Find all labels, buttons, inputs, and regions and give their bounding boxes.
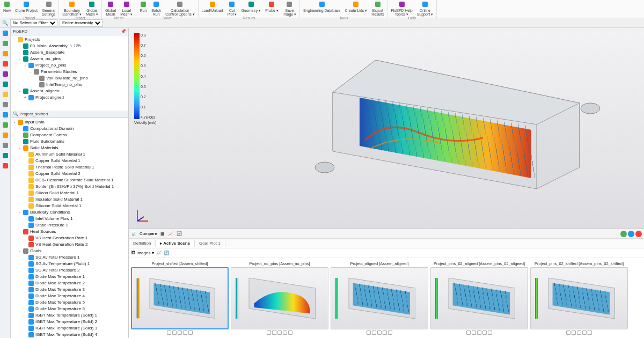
toolstrip-button-9[interactable] — [1, 121, 10, 129]
expand-icon[interactable]: - — [17, 145, 23, 151]
save-ribbon-button[interactable]: SaveImage ▾ — [281, 1, 298, 16]
tree-node[interactable]: VS Heat Generation Rate 2 — [12, 241, 127, 248]
toolstrip-button-3[interactable] — [1, 60, 10, 68]
expand-icon[interactable]: - — [17, 88, 23, 94]
run-ribbon-button[interactable]: Run — [138, 1, 149, 12]
tree-node[interactable]: SG Av Temperature (Fluid) 1 — [12, 261, 127, 267]
tree-node[interactable]: -Assem_aligned — [12, 88, 127, 94]
db-ribbon-button[interactable]: Engineering Database — [302, 1, 342, 12]
tree-node[interactable]: Silicon Solid Material 1 — [12, 190, 127, 196]
cut-ribbon-button[interactable]: CutPlot ▾ — [225, 1, 238, 16]
tree-node[interactable]: -Project_no_pins — [12, 62, 127, 69]
info-icon[interactable] — [628, 231, 634, 237]
load-ribbon-button[interactable]: Load/Unload — [200, 1, 225, 12]
tree-node[interactable]: VolFlowRate_no_pins — [12, 75, 127, 82]
export-ribbon-button[interactable]: ExportResults — [370, 1, 385, 16]
mesh-ribbon-button[interactable]: GlobalMesh — [104, 1, 118, 16]
tree-node[interactable]: InletTemp_no_pins — [12, 82, 127, 88]
tab-goal-plot-1[interactable]: Goal Plot 1 — [195, 240, 225, 247]
tree-node[interactable]: Component Control — [12, 132, 127, 138]
tree-node[interactable]: -Boundary Conditions — [12, 209, 127, 216]
toolstrip-button-0[interactable] — [1, 29, 10, 38]
tree-node[interactable]: Diode Max Temperature 5 — [12, 299, 127, 306]
toolstrip-button-5[interactable] — [1, 80, 10, 89]
tree-node[interactable]: IGBT Max Temperature (Solid) 1 — [12, 312, 127, 319]
support-ribbon-button[interactable]: OnlineSupport ▾ — [415, 1, 435, 16]
tree-node[interactable]: DCB- Ceramic Substrate Solid Material 1 — [12, 177, 127, 183]
toolstrip-button-6[interactable] — [1, 90, 10, 99]
expand-icon[interactable]: - — [12, 119, 17, 126]
lids-ribbon-button[interactable]: Create Lids ▾ — [343, 1, 369, 12]
tree-node[interactable]: Diode Max Temperature 4 — [12, 293, 127, 299]
tree-node[interactable]: SG Av Total Pressure 2 — [12, 267, 127, 274]
tree-node[interactable]: -Heat Sources — [12, 229, 127, 235]
tree-node[interactable]: Diode Max Temperature 6 — [12, 306, 127, 312]
batch-ribbon-button[interactable]: BatchRun — [150, 1, 163, 16]
tree-node[interactable]: Solder (Sn 63%/Pb 37%) Solid Material 1 — [12, 183, 127, 190]
tree-node[interactable]: VS Heat Generation Rate 1 — [12, 235, 127, 241]
scene-thumbnail[interactable]: Project_shifted [Assem_shifted] — [131, 260, 229, 336]
toolstrip-button-13[interactable] — [1, 161, 10, 170]
expand-icon[interactable]: - — [23, 62, 28, 69]
new-ribbon-button[interactable]: New — [2, 1, 12, 12]
tree-node[interactable]: SG Av Total Pressure 1 — [12, 254, 127, 261]
tab-active-scene[interactable]: ▸ Active Scene — [156, 240, 195, 247]
tree-node[interactable]: -Input Data — [12, 119, 127, 126]
expand-icon[interactable]: + — [23, 94, 28, 101]
tree-node[interactable]: +Project aligned — [12, 94, 127, 101]
tree-node[interactable]: -Projects — [12, 36, 127, 43]
subtoolbar-btn-1[interactable]: 📈 — [156, 251, 162, 255]
tree-node[interactable]: IGBT Max Temperature (Solid) 2 — [12, 319, 127, 325]
panel-pin-icon[interactable]: 📌 — [121, 29, 126, 34]
toolstrip-button-11[interactable] — [1, 141, 10, 150]
toolstrip-button-2[interactable] — [1, 49, 10, 58]
close-icon[interactable] — [635, 231, 642, 237]
globe-ribbon-button[interactable]: GlobalMesh ▾ — [84, 1, 100, 16]
tree-node[interactable]: Fluid Subdomains — [12, 138, 127, 145]
compare-btn-grid[interactable]: ▦ — [160, 231, 165, 236]
probe-ribbon-button[interactable]: Probe ▾ — [264, 1, 280, 12]
tree-node[interactable]: Copper Solid Material 2 — [12, 171, 127, 177]
tree-node[interactable]: Inlet Volume Flow 1 — [12, 216, 127, 222]
expand-icon[interactable]: - — [17, 209, 23, 216]
selection-filter-dropdown[interactable]: No Selection Filter — [10, 19, 57, 27]
meshlocal-ribbon-button[interactable]: LocalMesh ▾ — [119, 1, 134, 16]
calc-ribbon-button[interactable]: CalculationControl Options ▾ — [164, 1, 196, 16]
subtoolbar-btn-2[interactable]: 🔄 — [164, 251, 169, 255]
expand-icon[interactable]: - — [28, 69, 33, 75]
tree-node[interactable]: Thermal Paste Solid Material 1 — [12, 164, 127, 171]
clone-ribbon-button[interactable]: Clone Project — [13, 1, 39, 12]
expand-icon[interactable]: - — [17, 56, 23, 62]
tree-node[interactable]: Diode Max Temperature 3 — [12, 286, 127, 293]
toolstrip-button-10[interactable] — [1, 131, 10, 139]
axis-triad[interactable] — [133, 206, 152, 225]
geom-ribbon-button[interactable]: Geometry ▾ — [239, 1, 262, 12]
tree-node[interactable]: Insulator Solid Material 1 — [12, 196, 127, 203]
tree-node[interactable]: Assem_Baseplate — [12, 49, 127, 56]
tree-node[interactable]: Silicone Solid Material 1 — [12, 203, 127, 209]
tree-node[interactable]: Diode Max Temperature 2 — [12, 280, 127, 286]
tree-node[interactable]: IGBT Max Temperature (Solid) 3 — [12, 325, 127, 332]
tree-node[interactable]: -Parametric Studies — [12, 69, 127, 75]
scene-thumbnail[interactable]: Project_pins_02_aligned [Assem_pins_02_a… — [430, 260, 528, 336]
compare-btn-chart[interactable]: 📈 — [168, 231, 173, 236]
expand-icon[interactable]: - — [17, 248, 23, 254]
expand-icon[interactable]: - — [12, 36, 17, 43]
toolstrip-button-1[interactable] — [1, 39, 10, 48]
scene-thumbnail[interactable]: Project_pins_02_shifted [Assem_pins_02_s… — [530, 260, 628, 336]
boundary-ribbon-button[interactable]: BoundaryCondition ▾ — [61, 1, 83, 16]
images-dropdown[interactable]: 🖼 Images ▾ — [131, 251, 154, 255]
tree-node[interactable]: IGBT Max Temperature (Solid) 4 — [12, 332, 127, 338]
tree-node[interactable]: -Assem_no_pins — [12, 56, 127, 62]
3d-viewport[interactable]: 0.80.70.60.50.40.30.20.14.7e-002 Velocit… — [129, 28, 644, 229]
tree-node[interactable]: Aluminum Solid Material 1 — [12, 151, 127, 158]
tree-node[interactable]: -Goals — [12, 248, 127, 254]
tree-node[interactable]: 00_Main_Assembly_1.125 — [12, 43, 127, 49]
tab-definition[interactable]: Definition — [129, 240, 156, 247]
expand-icon[interactable]: - — [17, 229, 23, 235]
tree-node[interactable]: Diode Max Temperature 1 — [12, 274, 127, 280]
ok-icon[interactable] — [620, 231, 627, 237]
tree-node[interactable]: Computational Domain — [12, 126, 127, 132]
settings-ribbon-button[interactable]: GeneralSettings — [40, 1, 57, 16]
compare-btn-refresh[interactable]: 🔄 — [177, 231, 182, 236]
